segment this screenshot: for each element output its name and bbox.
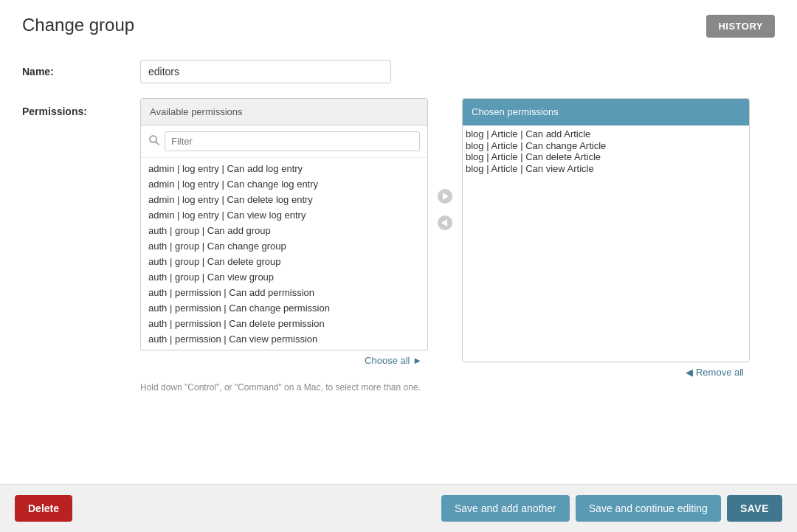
choose-all-row: Choose all ► — [140, 350, 428, 366]
permissions-row: Permissions: Available permissions — [22, 98, 775, 393]
filter-input[interactable] — [165, 131, 420, 151]
save-continue-button[interactable]: Save and continue editing — [576, 495, 721, 522]
search-icon — [148, 134, 160, 148]
choose-all-link[interactable]: Choose all ► — [365, 355, 422, 366]
page-wrapper: Change group HISTORY Name: Permissions: … — [0, 0, 797, 532]
name-form-row: Name: — [22, 60, 775, 83]
save-buttons: Save and add another Save and continue e… — [441, 495, 782, 522]
available-select[interactable]: admin | log entry | Can add log entryadm… — [141, 158, 427, 350]
history-button[interactable]: HISTORY — [706, 15, 775, 38]
available-section: Available permissions — [140, 98, 428, 366]
move-left-button[interactable] — [435, 213, 455, 235]
name-label: Name: — [22, 60, 140, 77]
name-input[interactable] — [140, 60, 391, 83]
move-right-button[interactable] — [435, 187, 455, 209]
available-permissions-list[interactable]: admin | log entry | Can add log entryadm… — [141, 158, 427, 350]
footer-bar: Delete Save and add another Save and con… — [0, 484, 797, 532]
main-content: Change group HISTORY Name: Permissions: … — [0, 0, 797, 484]
arrow-controls — [428, 187, 462, 235]
svg-line-1 — [156, 142, 159, 145]
remove-all-row: ◀ Remove all — [462, 362, 750, 378]
delete-button[interactable]: Delete — [15, 495, 72, 522]
available-header: Available permissions — [141, 99, 427, 125]
page-title: Change group — [22, 15, 134, 35]
permissions-container: Available permissions — [140, 98, 750, 393]
chosen-header: Chosen permissions — [463, 99, 749, 125]
header-row: Change group HISTORY — [22, 15, 775, 38]
remove-all-link[interactable]: ◀ Remove all — [686, 367, 744, 378]
permissions-label: Permissions: — [22, 98, 140, 117]
chosen-panel: Chosen permissions blog | Article | Can … — [462, 98, 750, 362]
chosen-permissions-list[interactable]: blog | Article | Can add Articleblog | A… — [463, 125, 749, 362]
chosen-select[interactable]: blog | Article | Can add Articleblog | A… — [463, 125, 749, 362]
save-button[interactable]: SAVE — [727, 495, 782, 522]
help-text: Hold down "Control", or "Command" on a M… — [140, 382, 750, 393]
save-add-button[interactable]: Save and add another — [441, 495, 570, 522]
available-panel: Available permissions — [140, 98, 428, 350]
chosen-section: Chosen permissions blog | Article | Can … — [462, 98, 750, 378]
filter-row — [141, 125, 427, 158]
